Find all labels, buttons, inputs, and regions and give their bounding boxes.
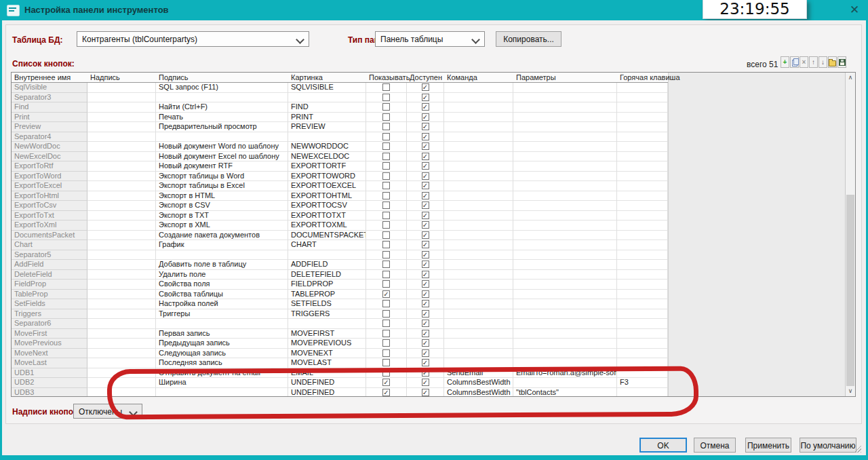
show-checkbox[interactable] [382,290,390,298]
show-checkbox[interactable] [382,241,390,248]
table-row[interactable]: FindНайти (Ctrl+F)FIND [12,102,668,113]
show-checkbox[interactable] [382,103,390,111]
show-checkbox[interactable] [382,330,390,337]
show-checkbox[interactable] [382,153,390,160]
table-row[interactable]: MoveFirstПервая записьMOVEFIRST [12,329,668,339]
table-row[interactable]: SetFieldsНастройка полейSETFIELDS [12,299,668,309]
show-checkbox[interactable] [382,142,390,150]
table-row[interactable]: ExportToXmlЭкспорт в XMLEXPORTTOXML [12,221,668,231]
cancel-button[interactable]: Отмена [694,438,736,453]
show-checkbox[interactable] [382,172,390,180]
enabled-checkbox[interactable] [422,192,429,199]
table-row[interactable]: Separator5 [12,250,668,261]
enabled-checkbox[interactable] [422,241,429,248]
enabled-checkbox[interactable] [422,94,429,101]
scrollbar-thumb[interactable] [846,195,854,386]
ok-button[interactable]: OK [639,438,687,453]
add-button[interactable]: + [781,56,789,68]
table-row[interactable]: TablePropСвойства таблицыTABLEPROP [12,290,668,300]
enabled-checkbox[interactable] [422,261,429,268]
scroll-up-icon[interactable]: ∧ [846,73,855,83]
db-table-combobox[interactable]: Контрагенты (tblCounterpartys) [77,31,309,47]
show-checkbox[interactable] [382,339,390,347]
enabled-checkbox[interactable] [422,103,429,111]
enabled-checkbox[interactable] [422,83,429,91]
show-checkbox[interactable] [382,83,390,91]
enabled-checkbox[interactable] [422,310,429,318]
enabled-checkbox[interactable] [422,349,429,357]
table-row[interactable]: ExportToHtmlЭкспорт в HTMLEXPORTTOHTML [12,191,668,202]
scroll-down-icon[interactable]: ∨ [846,386,855,396]
show-checkbox[interactable] [382,310,390,318]
enabled-checkbox[interactable] [422,320,429,327]
table-row[interactable]: ExportToWordЭкспорт таблицы в WordEXPORT… [12,172,668,182]
table-row[interactable]: Separator4 [12,132,668,142]
show-checkbox[interactable] [382,182,390,189]
show-checkbox[interactable] [382,261,390,268]
vertical-scrollbar[interactable]: ∧ ∨ [845,73,855,396]
delete-button[interactable]: × [800,56,808,68]
table-row[interactable]: AddFieldДобавить поле в таблицуADDFIELD [12,260,668,270]
show-checkbox[interactable] [382,113,390,121]
show-checkbox[interactable] [382,162,390,170]
enabled-checkbox[interactable] [422,133,429,140]
show-checkbox[interactable] [382,94,390,101]
enabled-checkbox[interactable] [422,182,429,189]
enabled-checkbox[interactable] [422,271,429,278]
show-checkbox[interactable] [382,300,390,307]
apply-button[interactable]: Применить [745,438,791,453]
show-checkbox[interactable] [382,231,390,239]
copy-dialog-button[interactable]: Копировать... [496,31,561,47]
enabled-checkbox[interactable] [422,162,429,170]
table-row[interactable]: ExportToCsvЭкспорт в CSVEXPORTTOCSV [12,201,668,211]
enabled-checkbox[interactable] [422,221,429,229]
show-checkbox[interactable] [382,202,390,209]
copy-button[interactable] [790,56,799,68]
enabled-checkbox[interactable] [422,280,429,288]
enabled-checkbox[interactable] [422,251,429,258]
show-checkbox[interactable] [382,320,390,327]
show-checkbox[interactable] [382,359,390,366]
table-row[interactable]: ExportToExcelЭкспорт таблицы в ExcelEXPO… [12,181,668,191]
enabled-checkbox[interactable] [422,172,429,180]
enabled-checkbox[interactable] [422,202,429,209]
show-checkbox[interactable] [382,280,390,288]
table-row[interactable]: TriggersТриггерыTRIGGERS [12,309,668,320]
show-checkbox[interactable] [382,349,390,357]
table-row[interactable]: PreviewПредварительный просмотрPREVIEW [12,122,668,132]
show-checkbox[interactable] [382,212,390,219]
default-button[interactable]: По умолчанию [800,438,856,453]
show-checkbox[interactable] [382,251,390,258]
table-row[interactable]: Separator3 [12,93,668,103]
table-row[interactable]: NewWordDocНовый документ Word по шаблону… [12,142,668,152]
show-checkbox[interactable] [382,192,390,199]
show-checkbox[interactable] [382,271,390,278]
panel-type-combobox[interactable]: Панель таблицы [375,31,485,47]
enabled-checkbox[interactable] [422,113,429,121]
show-checkbox[interactable] [382,133,390,140]
open-button[interactable] [828,56,837,68]
table-row[interactable]: MoveNextСледующая записьMOVENEXT [12,349,668,359]
enabled-checkbox[interactable] [422,212,429,219]
enabled-checkbox[interactable] [422,330,429,337]
table-row[interactable]: FieldPropСвойства поляFIELDPROP [12,280,668,290]
show-checkbox[interactable] [382,123,390,130]
table-row[interactable]: NewExcelDocНовый документ Excel по шабло… [12,152,668,162]
enabled-checkbox[interactable] [422,359,429,366]
close-icon[interactable]: ✕ [846,2,863,18]
table-row[interactable]: PrintПечатьPRINT [12,113,668,123]
enabled-checkbox[interactable] [422,142,429,150]
table-row[interactable]: ExportToRtfНовый документ RTFEXPORTTORTF [12,161,668,172]
table-row[interactable]: ChartГрафикCHART [12,240,668,250]
table-row[interactable]: MovePreviousПредыдущая записьMOVEPREVIOU… [12,339,668,349]
enabled-checkbox[interactable] [422,231,429,239]
table-row[interactable]: DocumentsPacketСоздание пакета документо… [12,231,668,241]
show-checkbox[interactable] [382,221,390,229]
table-row[interactable]: SqlVisibleSQL запрос (F11)SQLVISIBLE [12,83,668,93]
move-down-button[interactable]: ↓ [818,56,827,68]
enabled-checkbox[interactable] [422,153,429,160]
enabled-checkbox[interactable] [422,290,429,298]
titlebar[interactable]: Настройка панели инструментов ✕ 23:19:55 [0,0,868,20]
table-row[interactable]: Separator6 [12,319,668,329]
table-row[interactable]: DeleteFieldУдалить полеDELETEFIELD [12,270,668,280]
